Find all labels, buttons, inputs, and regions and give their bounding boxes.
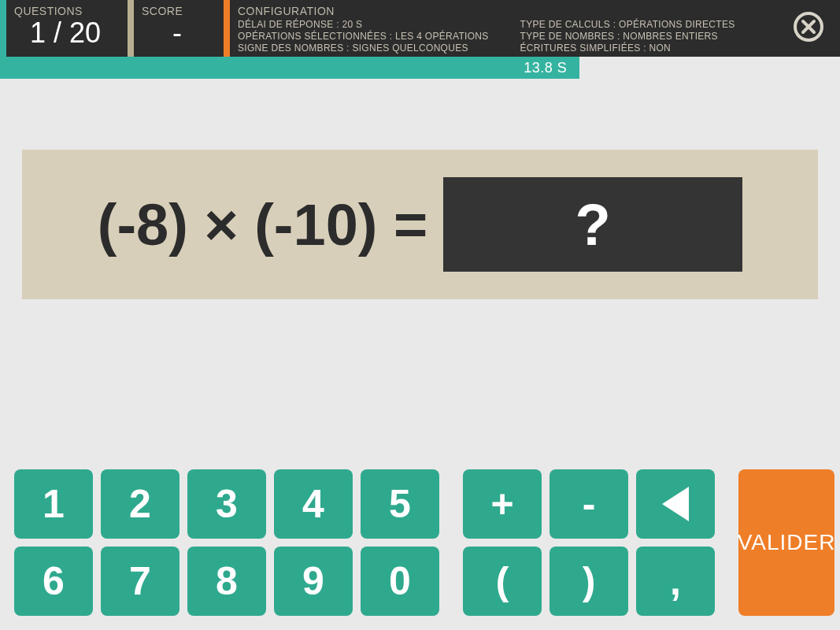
score-label: SCORE: [142, 5, 213, 17]
questions-label: QUESTIONS: [14, 5, 117, 17]
key-comma[interactable]: ,: [636, 547, 715, 616]
questions-block: QUESTIONS 1 / 20: [0, 0, 128, 57]
config-item-value: SIGNES QUELCONQUES: [352, 43, 468, 54]
config-item-label: OPÉRATIONS SÉLECTIONNÉES: [238, 31, 395, 42]
close-button[interactable]: [793, 11, 824, 46]
config-item-value: NON: [649, 43, 671, 54]
symbol-grid: +-(),: [463, 469, 715, 616]
timer-text: 13.8 S: [524, 60, 567, 76]
score-value: -: [142, 17, 213, 49]
config-item-value: OPÉRATIONS DIRECTES: [619, 19, 735, 30]
key-5[interactable]: 5: [361, 469, 439, 539]
questions-value: 1 / 20: [14, 17, 117, 49]
config-item-label: TYPE DE NOMBRES: [520, 31, 624, 42]
config-item-value: NOMBRES ENTIERS: [623, 31, 718, 42]
key-close-paren[interactable]: ): [550, 547, 628, 616]
config-col-1: DÉLAI DE RÉPONSE20 S OPÉRATIONS SÉLECTIO…: [238, 19, 489, 54]
key-2[interactable]: 2: [101, 469, 179, 539]
config-col-2: TYPE DE CALCULSOPÉRATIONS DIRECTES TYPE …: [520, 19, 735, 54]
key-minus[interactable]: -: [550, 469, 628, 539]
accent-orange: [224, 0, 230, 57]
config-item-label: TYPE DE CALCULS: [520, 19, 619, 30]
score-block: SCORE -: [128, 0, 224, 57]
backspace-icon: [662, 487, 689, 521]
answer-box[interactable]: ?: [443, 177, 742, 272]
accent-tan: [128, 0, 134, 57]
key-6[interactable]: 6: [14, 547, 93, 616]
digit-grid: 1234567890: [14, 469, 439, 616]
key-7[interactable]: 7: [101, 547, 179, 616]
config-block: CONFIGURATION DÉLAI DE RÉPONSE20 S OPÉRA…: [224, 0, 746, 57]
validate-label: VALIDER: [738, 530, 836, 555]
key-backspace[interactable]: [636, 469, 715, 539]
question-panel: (-8) × (-10) = ?: [22, 150, 818, 299]
config-item-value: 20 S: [342, 19, 362, 30]
accent-teal: [0, 0, 6, 57]
validate-button[interactable]: VALIDER: [738, 469, 834, 616]
config-item-label: SIGNE DES NOMBRES: [238, 43, 352, 54]
config-item-value: LES 4 OPÉRATIONS: [395, 31, 489, 42]
timer-bar: 13.8 S: [0, 57, 579, 79]
key-0[interactable]: 0: [361, 547, 439, 616]
key-4[interactable]: 4: [274, 469, 353, 539]
timer-track: 13.8 S: [0, 57, 840, 79]
question-expression: (-8) × (-10) =: [98, 191, 427, 258]
header-bar: QUESTIONS 1 / 20 SCORE - CONFIGURATION D…: [0, 0, 840, 57]
key-plus[interactable]: +: [463, 469, 542, 539]
config-item-label: DÉLAI DE RÉPONSE: [238, 19, 342, 30]
config-item-label: ÉCRITURES SIMPLIFIÉES: [520, 43, 649, 54]
config-label: CONFIGURATION: [238, 5, 735, 17]
answer-placeholder: ?: [575, 191, 611, 258]
key-8[interactable]: 8: [187, 547, 266, 616]
key-1[interactable]: 1: [14, 469, 93, 539]
close-icon: [793, 11, 824, 43]
key-9[interactable]: 9: [274, 547, 353, 616]
keypad: 1234567890 +-(), VALIDER: [14, 469, 826, 616]
key-open-paren[interactable]: (: [463, 547, 542, 616]
key-3[interactable]: 3: [187, 469, 266, 539]
